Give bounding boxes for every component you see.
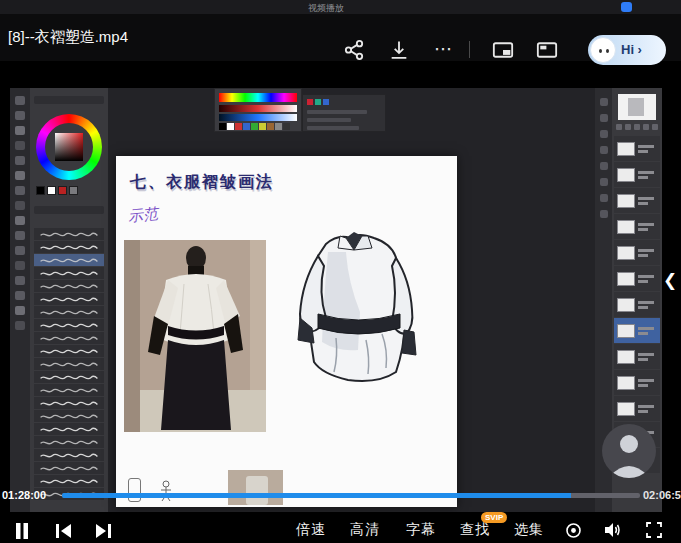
layers-header-icons <box>616 124 658 132</box>
brush-item <box>34 384 104 396</box>
fullscreen-icon[interactable] <box>645 521 663 539</box>
left-panel <box>30 88 108 512</box>
progress-played <box>62 493 571 498</box>
shirt-drawing <box>288 222 420 405</box>
subtool-header <box>34 206 104 214</box>
layer-item <box>614 370 660 395</box>
previous-button[interactable] <box>55 523 72 539</box>
player-window: 视频播放 [8]--衣褶塑造.mp4 ⋯ Hi <box>0 0 681 543</box>
presenter-avatar <box>602 424 656 478</box>
more-icon[interactable]: ⋯ <box>432 39 454 61</box>
layer-item <box>614 240 660 265</box>
menu-subtitles[interactable]: 字幕 <box>406 521 436 539</box>
layer-item <box>614 162 660 187</box>
color-sv-square <box>55 133 83 161</box>
tool-icon <box>15 291 25 300</box>
tool-strip <box>10 88 30 512</box>
gradient-bar-blue <box>219 114 297 121</box>
color-chip-red <box>58 186 67 195</box>
layer-item <box>614 318 660 343</box>
progress-bar[interactable] <box>62 493 640 498</box>
gradient-bar-red <box>219 105 297 112</box>
panel-header <box>34 96 104 104</box>
brush-item <box>34 280 104 292</box>
theater-mode-icon[interactable] <box>536 39 558 61</box>
brush-item <box>34 332 104 344</box>
brush-item <box>34 371 104 383</box>
next-button[interactable] <box>95 523 112 539</box>
layer-item <box>614 292 660 317</box>
tool-icon <box>15 111 25 120</box>
avatar-greeting: Hi › <box>621 42 642 57</box>
user-avatar <box>590 37 616 63</box>
brush-item <box>34 449 104 461</box>
video-title: [8]--衣褶塑造.mp4 <box>8 28 128 47</box>
tool-icon <box>15 186 25 195</box>
canvas-annotation: 示范 <box>127 204 159 226</box>
menu-episodes[interactable]: 选集 <box>514 521 544 539</box>
tool-icon <box>15 201 25 210</box>
menu-speed[interactable]: 倍速 <box>296 521 326 539</box>
brush-item <box>34 228 104 240</box>
color-mixing-panel <box>214 88 302 132</box>
phone-sketch <box>128 478 141 502</box>
brush-item <box>34 306 104 318</box>
brush-item <box>34 267 104 279</box>
drawing-canvas: 七、衣服褶皱画法 示范 <box>116 156 457 507</box>
settings-icon[interactable] <box>565 522 582 539</box>
canvas-title: 七、衣服褶皱画法 <box>130 172 274 193</box>
tool-icon <box>15 216 25 225</box>
tool-icon <box>15 126 25 135</box>
layer-item <box>614 136 660 161</box>
navigator-thumbnail <box>618 94 656 120</box>
hue-bar <box>219 93 297 102</box>
color-chip-white <box>47 186 56 195</box>
video-content-area[interactable]: 七、衣服褶皱画法 示范 <box>10 88 662 512</box>
figure-sketch <box>158 480 174 502</box>
playlist-collapse-icon[interactable]: ❮ <box>663 270 677 291</box>
tool-icon <box>15 261 25 270</box>
reference-photo <box>124 240 266 432</box>
pip-icon[interactable] <box>492 39 514 61</box>
color-chip-gray <box>69 186 78 195</box>
tool-icon <box>15 141 25 150</box>
layer-item <box>614 214 660 239</box>
brush-item <box>34 436 104 448</box>
user-avatar-pill[interactable]: Hi › <box>588 35 666 65</box>
tool-icon <box>15 156 25 165</box>
brush-item <box>34 475 104 487</box>
tool-icon <box>15 96 25 105</box>
tool-icon <box>15 246 25 255</box>
pause-button[interactable] <box>13 522 31 540</box>
brush-item <box>34 397 104 409</box>
layer-item <box>614 344 660 369</box>
tool-icon <box>15 231 25 240</box>
brush-item <box>34 462 104 474</box>
player-title-bar: [8]--衣褶塑造.mp4 ⋯ Hi › <box>0 14 681 61</box>
brush-item <box>34 345 104 357</box>
share-icon[interactable] <box>343 39 365 61</box>
subtool-detail-panel <box>302 94 386 132</box>
browser-top-strip: 视频播放 <box>0 0 681 14</box>
volume-icon[interactable] <box>603 521 622 539</box>
time-current: 01:28:00 <box>2 489 46 501</box>
titlebar-divider <box>469 41 470 58</box>
menu-quality[interactable]: 高清 <box>350 521 380 539</box>
svip-badge[interactable]: SVIP <box>481 512 507 523</box>
time-total: 02:06:56 <box>643 489 681 501</box>
color-wheel <box>36 114 102 180</box>
swatch-grid <box>219 123 297 130</box>
brush-item <box>34 254 104 266</box>
tool-icon <box>15 171 25 180</box>
brush-item <box>34 423 104 435</box>
layer-list <box>614 136 660 474</box>
color-chip-black <box>36 186 45 195</box>
layer-item <box>614 266 660 291</box>
download-icon[interactable] <box>388 39 410 61</box>
browser-app-icon[interactable] <box>621 2 632 12</box>
menu-search[interactable]: 查找 <box>460 521 490 539</box>
brush-item <box>34 293 104 305</box>
layer-item <box>614 188 660 213</box>
tool-icon <box>15 306 25 315</box>
brush-item <box>34 358 104 370</box>
